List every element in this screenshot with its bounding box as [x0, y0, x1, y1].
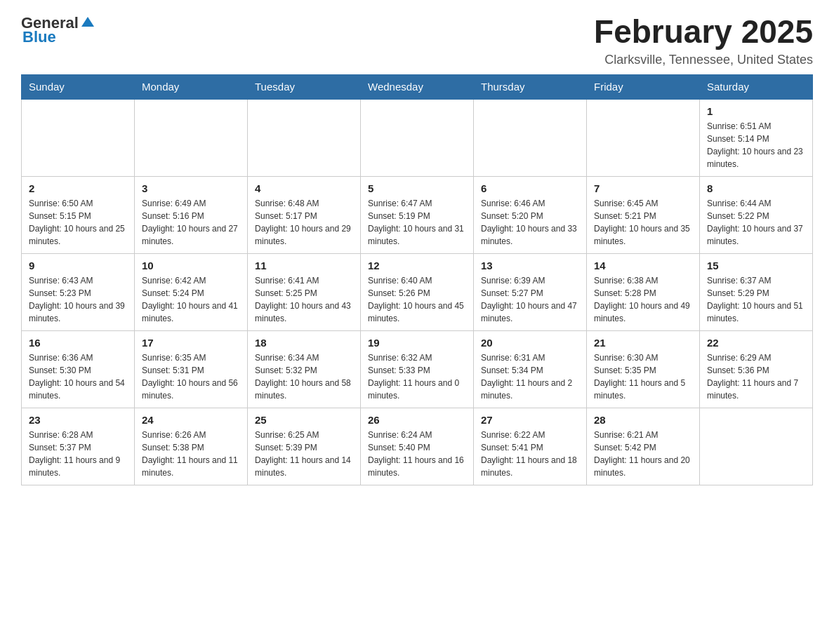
calendar-cell: 23Sunrise: 6:28 AMSunset: 5:37 PMDayligh…: [22, 408, 135, 485]
calendar-cell: [135, 99, 248, 177]
calendar-cell: 3Sunrise: 6:49 AMSunset: 5:16 PMDaylight…: [135, 176, 248, 253]
calendar-dow-monday: Monday: [135, 74, 248, 99]
day-number: 8: [707, 182, 805, 194]
calendar-cell: 27Sunrise: 6:22 AMSunset: 5:41 PMDayligh…: [474, 408, 587, 485]
day-number: 6: [481, 182, 579, 194]
calendar-cell: 11Sunrise: 6:41 AMSunset: 5:25 PMDayligh…: [248, 253, 361, 330]
calendar-cell: 20Sunrise: 6:31 AMSunset: 5:34 PMDayligh…: [474, 330, 587, 408]
calendar-week-1: 1Sunrise: 6:51 AMSunset: 5:14 PMDaylight…: [22, 99, 813, 177]
day-info: Sunrise: 6:26 AMSunset: 5:38 PMDaylight:…: [142, 429, 240, 479]
day-info: Sunrise: 6:21 AMSunset: 5:42 PMDaylight:…: [594, 429, 692, 479]
day-number: 18: [255, 337, 353, 349]
calendar-cell: 22Sunrise: 6:29 AMSunset: 5:36 PMDayligh…: [700, 330, 813, 408]
day-number: 7: [594, 182, 692, 194]
day-info: Sunrise: 6:40 AMSunset: 5:26 PMDaylight:…: [368, 274, 466, 325]
calendar-cell: 17Sunrise: 6:35 AMSunset: 5:31 PMDayligh…: [135, 330, 248, 408]
calendar-cell: 16Sunrise: 6:36 AMSunset: 5:30 PMDayligh…: [22, 330, 135, 408]
calendar-cell: [361, 99, 474, 177]
day-number: 28: [594, 414, 692, 426]
day-info: Sunrise: 6:28 AMSunset: 5:37 PMDaylight:…: [29, 429, 127, 479]
day-number: 23: [29, 414, 127, 426]
calendar-cell: 19Sunrise: 6:32 AMSunset: 5:33 PMDayligh…: [361, 330, 474, 408]
day-info: Sunrise: 6:24 AMSunset: 5:40 PMDaylight:…: [368, 429, 466, 479]
day-number: 9: [29, 260, 127, 271]
day-info: Sunrise: 6:50 AMSunset: 5:15 PMDaylight:…: [29, 197, 127, 248]
day-info: Sunrise: 6:47 AMSunset: 5:19 PMDaylight:…: [368, 197, 466, 248]
calendar-cell: 1Sunrise: 6:51 AMSunset: 5:14 PMDaylight…: [700, 99, 813, 177]
day-number: 1: [707, 105, 805, 117]
day-number: 24: [142, 414, 240, 426]
day-info: Sunrise: 6:43 AMSunset: 5:23 PMDaylight:…: [29, 274, 127, 325]
day-number: 3: [142, 182, 240, 194]
day-number: 12: [368, 260, 466, 271]
calendar-cell: 28Sunrise: 6:21 AMSunset: 5:42 PMDayligh…: [587, 408, 700, 485]
calendar-cell: 24Sunrise: 6:26 AMSunset: 5:38 PMDayligh…: [135, 408, 248, 485]
calendar-cell: 15Sunrise: 6:37 AMSunset: 5:29 PMDayligh…: [700, 253, 813, 330]
day-info: Sunrise: 6:30 AMSunset: 5:35 PMDaylight:…: [594, 351, 692, 402]
calendar-cell: 8Sunrise: 6:44 AMSunset: 5:22 PMDaylight…: [700, 176, 813, 253]
calendar-dow-tuesday: Tuesday: [248, 74, 361, 99]
calendar-dow-thursday: Thursday: [474, 74, 587, 99]
day-number: 22: [707, 337, 805, 349]
calendar-dow-saturday: Saturday: [700, 74, 813, 99]
calendar-cell: [700, 408, 813, 485]
day-info: Sunrise: 6:32 AMSunset: 5:33 PMDaylight:…: [368, 351, 466, 402]
calendar-header-row: SundayMondayTuesdayWednesdayThursdayFrid…: [22, 74, 813, 99]
day-info: Sunrise: 6:29 AMSunset: 5:36 PMDaylight:…: [707, 351, 805, 402]
calendar-cell: 6Sunrise: 6:46 AMSunset: 5:20 PMDaylight…: [474, 176, 587, 253]
day-number: 16: [29, 337, 127, 349]
logo: General Blue: [21, 14, 95, 46]
day-info: Sunrise: 6:51 AMSunset: 5:14 PMDaylight:…: [707, 120, 805, 170]
calendar-cell: 4Sunrise: 6:48 AMSunset: 5:17 PMDaylight…: [248, 176, 361, 253]
day-info: Sunrise: 6:41 AMSunset: 5:25 PMDaylight:…: [255, 274, 353, 325]
day-number: 11: [255, 260, 353, 271]
day-info: Sunrise: 6:34 AMSunset: 5:32 PMDaylight:…: [255, 351, 353, 402]
calendar-cell: [22, 99, 135, 177]
calendar-cell: 9Sunrise: 6:43 AMSunset: 5:23 PMDaylight…: [22, 253, 135, 330]
day-info: Sunrise: 6:42 AMSunset: 5:24 PMDaylight:…: [142, 274, 240, 325]
day-number: 17: [142, 337, 240, 349]
day-number: 14: [594, 260, 692, 271]
svg-marker-0: [81, 17, 94, 27]
page-header: General Blue February 2025 Clarksville, …: [21, 14, 813, 67]
day-info: Sunrise: 6:45 AMSunset: 5:21 PMDaylight:…: [594, 197, 692, 248]
day-info: Sunrise: 6:46 AMSunset: 5:20 PMDaylight:…: [481, 197, 579, 248]
day-number: 27: [481, 414, 579, 426]
day-number: 5: [368, 182, 466, 194]
logo-blue: Blue: [22, 28, 56, 46]
day-number: 21: [594, 337, 692, 349]
day-info: Sunrise: 6:25 AMSunset: 5:39 PMDaylight:…: [255, 429, 353, 479]
calendar-dow-sunday: Sunday: [22, 74, 135, 99]
calendar-cell: 25Sunrise: 6:25 AMSunset: 5:39 PMDayligh…: [248, 408, 361, 485]
month-title: February 2025: [594, 14, 813, 50]
calendar-cell: 5Sunrise: 6:47 AMSunset: 5:19 PMDaylight…: [361, 176, 474, 253]
day-info: Sunrise: 6:48 AMSunset: 5:17 PMDaylight:…: [255, 197, 353, 248]
calendar-week-4: 16Sunrise: 6:36 AMSunset: 5:30 PMDayligh…: [22, 330, 813, 408]
day-info: Sunrise: 6:39 AMSunset: 5:27 PMDaylight:…: [481, 274, 579, 325]
day-info: Sunrise: 6:49 AMSunset: 5:16 PMDaylight:…: [142, 197, 240, 248]
calendar-dow-friday: Friday: [587, 74, 700, 99]
day-info: Sunrise: 6:36 AMSunset: 5:30 PMDaylight:…: [29, 351, 127, 402]
day-info: Sunrise: 6:44 AMSunset: 5:22 PMDaylight:…: [707, 197, 805, 248]
calendar-cell: 2Sunrise: 6:50 AMSunset: 5:15 PMDaylight…: [22, 176, 135, 253]
calendar-cell: [474, 99, 587, 177]
calendar-cell: 7Sunrise: 6:45 AMSunset: 5:21 PMDaylight…: [587, 176, 700, 253]
day-info: Sunrise: 6:38 AMSunset: 5:28 PMDaylight:…: [594, 274, 692, 325]
day-info: Sunrise: 6:22 AMSunset: 5:41 PMDaylight:…: [481, 429, 579, 479]
day-number: 25: [255, 414, 353, 426]
day-info: Sunrise: 6:31 AMSunset: 5:34 PMDaylight:…: [481, 351, 579, 402]
calendar-cell: 12Sunrise: 6:40 AMSunset: 5:26 PMDayligh…: [361, 253, 474, 330]
calendar-cell: 21Sunrise: 6:30 AMSunset: 5:35 PMDayligh…: [587, 330, 700, 408]
calendar-cell: 14Sunrise: 6:38 AMSunset: 5:28 PMDayligh…: [587, 253, 700, 330]
day-number: 4: [255, 182, 353, 194]
title-section: February 2025 Clarksville, Tennessee, Un…: [594, 14, 813, 67]
day-number: 26: [368, 414, 466, 426]
calendar-cell: 18Sunrise: 6:34 AMSunset: 5:32 PMDayligh…: [248, 330, 361, 408]
calendar-table: SundayMondayTuesdayWednesdayThursdayFrid…: [21, 74, 813, 485]
calendar-cell: [587, 99, 700, 177]
calendar-cell: 10Sunrise: 6:42 AMSunset: 5:24 PMDayligh…: [135, 253, 248, 330]
calendar-week-5: 23Sunrise: 6:28 AMSunset: 5:37 PMDayligh…: [22, 408, 813, 485]
calendar-week-3: 9Sunrise: 6:43 AMSunset: 5:23 PMDaylight…: [22, 253, 813, 330]
calendar-cell: 13Sunrise: 6:39 AMSunset: 5:27 PMDayligh…: [474, 253, 587, 330]
day-number: 20: [481, 337, 579, 349]
